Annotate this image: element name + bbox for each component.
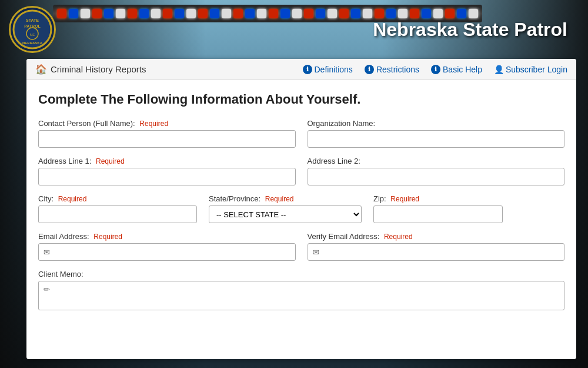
restrictions-link[interactable]: ℹ Restrictions bbox=[365, 65, 419, 74]
form-row-1: Contact Person (Full Name): Required Org… bbox=[38, 119, 564, 148]
svg-text:NEBRASKA: NEBRASKA bbox=[22, 41, 43, 45]
address1-label: Address Line 1: Required bbox=[38, 157, 296, 165]
basic-help-link[interactable]: ℹ Basic Help bbox=[431, 65, 482, 74]
contact-person-required: Required bbox=[139, 120, 168, 128]
email-icon: ✉ bbox=[44, 248, 50, 257]
address1-group: Address Line 1: Required bbox=[38, 157, 296, 185]
nav-bar: 🏠 Criminal History Reports ℹ Definitions… bbox=[26, 59, 576, 80]
restrictions-label: Restrictions bbox=[376, 65, 419, 74]
city-group: City: Required bbox=[38, 194, 197, 223]
email-input-wrapper: ✉ bbox=[38, 243, 296, 261]
definitions-icon: ℹ bbox=[303, 65, 312, 74]
address1-input[interactable] bbox=[38, 168, 296, 185]
verify-email-icon: ✉ bbox=[313, 248, 319, 257]
header: STATE PATROL NE NEBRASKA Nebraska State … bbox=[0, 0, 588, 59]
state-group: State/Province: Required -- SELECT STATE… bbox=[209, 194, 362, 223]
svg-text:STATE: STATE bbox=[26, 18, 39, 22]
verify-email-label: Verify Email Address: Required bbox=[308, 232, 565, 241]
state-label: State/Province: Required bbox=[209, 194, 362, 203]
email-group: Email Address: Required ✉ bbox=[38, 232, 296, 261]
email-input[interactable] bbox=[54, 248, 290, 257]
logo-svg: STATE PATROL NE NEBRASKA bbox=[12, 9, 53, 50]
address1-required: Required bbox=[96, 157, 125, 165]
breadcrumb-label: Criminal History Reports bbox=[51, 64, 146, 74]
zip-required: Required bbox=[390, 195, 419, 203]
email-label: Email Address: Required bbox=[38, 232, 296, 241]
form-title: Complete The Following Information About… bbox=[38, 92, 564, 107]
logo: STATE PATROL NE NEBRASKA bbox=[9, 6, 56, 53]
form-row-4: Email Address: Required ✉ Verify Email A… bbox=[38, 232, 564, 261]
form-row-3: City: Required State/Province: Required … bbox=[38, 194, 564, 223]
contact-person-group: Contact Person (Full Name): Required bbox=[38, 119, 296, 148]
verify-email-group: Verify Email Address: Required ✉ bbox=[308, 232, 565, 261]
client-memo-input[interactable] bbox=[54, 285, 559, 306]
contact-person-input[interactable] bbox=[38, 130, 296, 148]
city-label: City: Required bbox=[38, 194, 197, 203]
zip-group: Zip: Required bbox=[373, 194, 503, 223]
definitions-link[interactable]: ℹ Definitions bbox=[303, 65, 353, 74]
form-row-5: Client Memo: ✏ bbox=[38, 270, 564, 310]
state-select[interactable]: -- SELECT STATE -- ALAKAZAR CACOCTDE FLG… bbox=[209, 205, 362, 223]
restrictions-icon: ℹ bbox=[365, 65, 374, 74]
email-required: Required bbox=[93, 233, 122, 241]
main-panel: 🏠 Criminal History Reports ℹ Definitions… bbox=[26, 59, 576, 359]
header-title: Nebraska State Patrol bbox=[56, 19, 579, 41]
basic-help-icon: ℹ bbox=[431, 65, 440, 74]
verify-email-required: Required bbox=[384, 233, 413, 241]
address2-label: Address Line 2: bbox=[308, 157, 565, 165]
zip-label: Zip: Required bbox=[373, 194, 503, 203]
form-area: Complete The Following Information About… bbox=[26, 80, 576, 359]
client-memo-group: Client Memo: ✏ bbox=[38, 270, 564, 310]
address2-group: Address Line 2: bbox=[308, 157, 565, 185]
definitions-label: Definitions bbox=[315, 65, 353, 74]
svg-text:NE: NE bbox=[30, 33, 35, 37]
client-memo-wrapper: ✏ bbox=[38, 281, 564, 310]
client-memo-label: Client Memo: bbox=[38, 270, 564, 279]
state-required: Required bbox=[265, 195, 294, 203]
contact-person-label: Contact Person (Full Name): Required bbox=[38, 119, 296, 128]
verify-email-input[interactable] bbox=[323, 248, 560, 257]
org-name-label: Organization Name: bbox=[308, 119, 565, 128]
basic-help-label: Basic Help bbox=[443, 65, 482, 74]
address2-input[interactable] bbox=[308, 168, 565, 185]
breadcrumb: 🏠 Criminal History Reports bbox=[35, 64, 146, 75]
home-icon[interactable]: 🏠 bbox=[35, 64, 47, 75]
form-row-2: Address Line 1: Required Address Line 2: bbox=[38, 157, 564, 185]
pencil-icon: ✏ bbox=[44, 285, 50, 306]
city-input[interactable] bbox=[38, 205, 197, 223]
verify-email-input-wrapper: ✉ bbox=[308, 243, 565, 261]
person-icon: 👤 bbox=[494, 65, 503, 74]
org-name-group: Organization Name: bbox=[308, 119, 565, 148]
zip-input[interactable] bbox=[373, 205, 503, 223]
city-required: Required bbox=[58, 195, 87, 203]
nav-links: ℹ Definitions ℹ Restrictions ℹ Basic Hel… bbox=[303, 65, 568, 74]
org-name-input[interactable] bbox=[308, 130, 565, 148]
subscriber-login-link[interactable]: 👤 Subscriber Login bbox=[494, 65, 567, 74]
subscriber-login-label: Subscriber Login bbox=[506, 65, 567, 74]
